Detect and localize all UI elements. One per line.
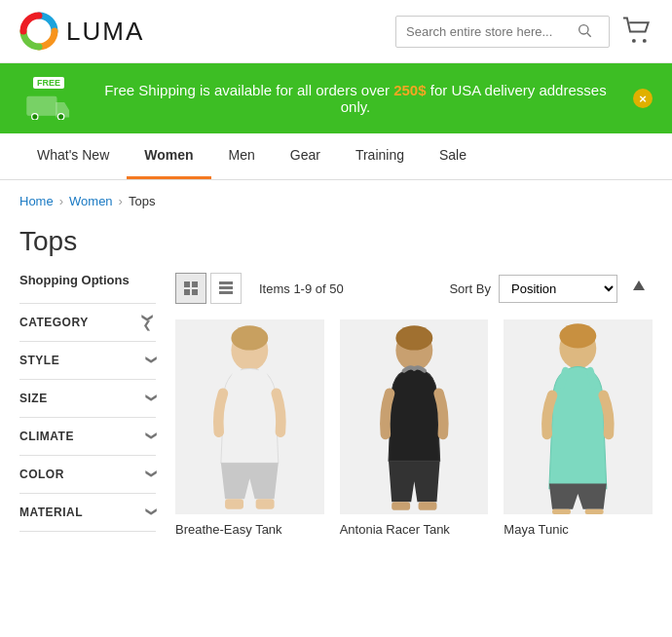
filter-climate-label: CLIMATE xyxy=(19,430,74,443)
product-image-3[interactable] xyxy=(504,319,653,514)
sidebar-title: Shopping Options xyxy=(19,273,156,289)
filter-climate: CLIMATE ❯ xyxy=(19,417,156,455)
svg-point-6 xyxy=(32,114,38,120)
nav-link-men[interactable]: Men xyxy=(211,133,273,176)
filter-color-label: COLOR xyxy=(19,468,64,481)
product-image-1[interactable] xyxy=(175,319,324,514)
nav-item-men: Men xyxy=(211,133,273,179)
header-right xyxy=(395,16,653,48)
product-name-3: Maya Tunic xyxy=(504,522,653,537)
product-name-2: Antonia Racer Tank xyxy=(340,522,489,537)
logo-icon xyxy=(19,12,58,51)
filter-color-header[interactable]: COLOR ❯ xyxy=(19,456,156,493)
product-image-2[interactable] xyxy=(340,319,489,514)
search-icon xyxy=(577,22,592,38)
sort-by-label: Sort By xyxy=(449,281,491,296)
banner-close-button[interactable]: × xyxy=(633,89,653,108)
grid-view-button[interactable] xyxy=(175,273,206,304)
logo-area: LUMA xyxy=(19,12,144,51)
product-card: Antonia Racer Tank xyxy=(340,319,489,537)
site-header: LUMA xyxy=(0,0,672,63)
grid-icon xyxy=(184,281,198,295)
nav-item-training: Training xyxy=(338,133,422,179)
nav-link-whats-new[interactable]: What's New xyxy=(19,133,127,176)
main-nav: What's New Women Men Gear Training Sale xyxy=(0,133,672,180)
search-input[interactable] xyxy=(406,24,577,39)
svg-rect-16 xyxy=(418,502,436,509)
svg-rect-5 xyxy=(27,96,56,115)
sort-select[interactable]: Position Product Name Price xyxy=(499,275,617,303)
product-name-1: Breathe-Easy Tank xyxy=(175,522,324,537)
nav-link-women[interactable]: Women xyxy=(127,133,210,179)
logo-text: LUMA xyxy=(66,17,144,47)
svg-point-4 xyxy=(643,38,647,42)
product-grid: Breathe-Easy Tank xyxy=(175,319,653,537)
product-card: Maya Tunic xyxy=(504,319,653,537)
svg-point-7 xyxy=(57,114,63,120)
view-buttons xyxy=(175,273,242,304)
items-count: Items 1-9 of 50 xyxy=(259,281,439,296)
product-silhouette-1 xyxy=(175,319,324,514)
filter-category-label: CATEGORY xyxy=(19,316,89,329)
filter-style-label: STYLE xyxy=(19,354,59,367)
svg-rect-19 xyxy=(552,509,571,514)
filter-style: STYLE ❯ xyxy=(19,341,156,379)
nav-item-whats-new: What's New xyxy=(19,133,127,179)
product-silhouette-3 xyxy=(504,319,653,514)
sort-area: Sort By Position Product Name Price xyxy=(449,275,653,303)
svg-line-2 xyxy=(587,33,591,37)
truck-badge: FREE xyxy=(19,77,78,120)
filter-climate-chevron: ❯ xyxy=(145,431,158,441)
nav-link-training[interactable]: Training xyxy=(338,133,422,176)
filter-size-header[interactable]: SIZE ❯ xyxy=(19,380,156,417)
sort-direction-button[interactable] xyxy=(625,275,653,302)
svg-marker-8 xyxy=(633,281,645,290)
breadcrumb: Home › Women › Tops xyxy=(0,180,672,222)
filter-climate-header[interactable]: CLIMATE ❯ xyxy=(19,418,156,455)
nav-item-women: Women xyxy=(127,133,210,179)
svg-point-3 xyxy=(632,38,636,42)
filter-category-header[interactable]: CATEGORY ❯ xyxy=(19,304,156,341)
truck-icon xyxy=(25,91,72,120)
nav-link-sale[interactable]: Sale xyxy=(422,133,484,176)
filter-style-header[interactable]: STYLE ❯ xyxy=(19,342,156,379)
product-card: Breathe-Easy Tank xyxy=(175,319,324,537)
search-bar xyxy=(395,16,610,48)
search-button[interactable] xyxy=(577,22,592,41)
toolbar: Items 1-9 of 50 Sort By Position Product… xyxy=(175,273,653,304)
products-area: Items 1-9 of 50 Sort By Position Product… xyxy=(175,273,653,537)
breadcrumb-sep-1: › xyxy=(59,194,63,208)
filter-color: COLOR ❯ xyxy=(19,455,156,493)
breadcrumb-sep-2: › xyxy=(119,194,123,208)
list-view-button[interactable] xyxy=(210,273,242,304)
cart-icon xyxy=(621,17,653,44)
breadcrumb-current: Tops xyxy=(129,194,155,208)
svg-rect-15 xyxy=(392,502,410,509)
cart-button[interactable] xyxy=(621,17,653,47)
page-title: Tops xyxy=(19,226,653,257)
filter-style-chevron: ❯ xyxy=(145,356,158,365)
filter-size: SIZE ❯ xyxy=(19,379,156,417)
nav-item-gear: Gear xyxy=(273,133,338,179)
breadcrumb-home[interactable]: Home xyxy=(19,194,54,208)
filter-material-chevron: ❯ xyxy=(145,507,158,517)
sidebar: Shopping Options CATEGORY ❯ STYLE ❯ SIZE… xyxy=(19,273,156,537)
filter-material-label: MATERIAL xyxy=(19,506,83,519)
breadcrumb-women[interactable]: Women xyxy=(69,194,113,208)
svg-point-1 xyxy=(579,24,588,33)
product-silhouette-2 xyxy=(340,319,489,514)
free-label: FREE xyxy=(33,77,64,89)
banner-message: Free Shipping is available for all order… xyxy=(97,82,614,115)
svg-point-10 xyxy=(231,325,268,350)
nav-item-sale: Sale xyxy=(422,133,484,179)
filter-size-chevron: ❯ xyxy=(145,393,158,403)
shipping-banner: FREE Free Shipping is available for all … xyxy=(0,63,672,133)
svg-point-18 xyxy=(560,323,597,348)
filter-material-header[interactable]: MATERIAL ❯ xyxy=(19,494,156,531)
svg-rect-12 xyxy=(256,499,275,509)
nav-link-gear[interactable]: Gear xyxy=(273,133,338,176)
svg-rect-11 xyxy=(225,499,243,509)
filter-category-chevron: ❯ xyxy=(141,314,154,331)
filter-color-chevron: ❯ xyxy=(145,469,158,479)
filter-material: MATERIAL ❯ xyxy=(19,493,156,532)
